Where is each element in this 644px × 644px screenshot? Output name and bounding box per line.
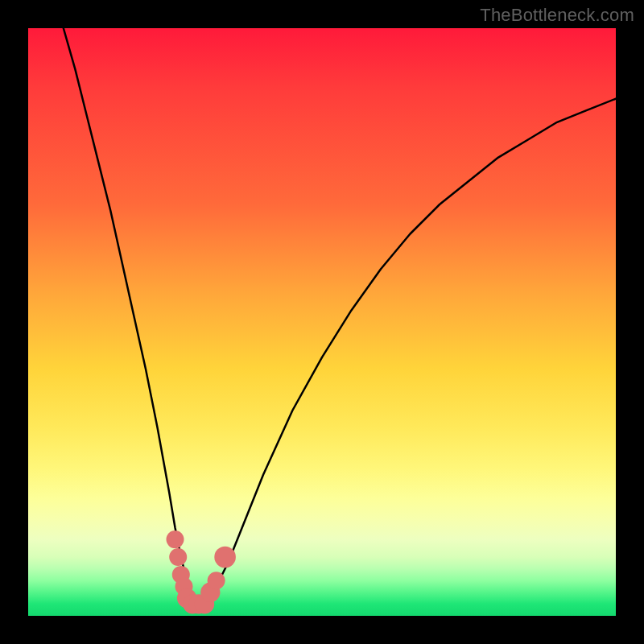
marker-left-1 — [167, 530, 184, 548]
marker-right-3 — [214, 547, 236, 568]
marker-right-2 — [208, 572, 225, 589]
watermark-text: TheBottleneck.com — [480, 5, 634, 26]
plot-area — [28, 28, 616, 616]
curve-layer — [28, 28, 616, 616]
bottleneck-curve — [64, 28, 616, 604]
chart-frame: TheBottleneck.com — [0, 0, 644, 644]
curve-markers — [167, 530, 236, 614]
marker-left-2 — [169, 548, 187, 566]
